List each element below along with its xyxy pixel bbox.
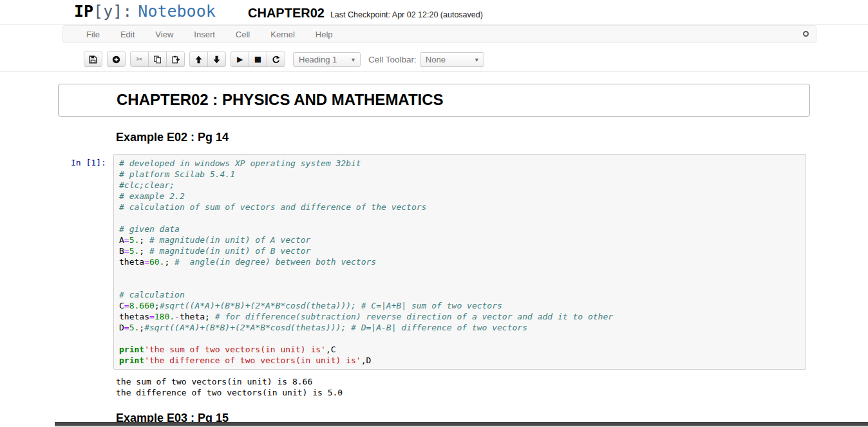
code-line: B=5.; # magnitude(in unit) of B vector <box>119 245 800 256</box>
chapter-heading: CHAPTER02 : PHYSICS AND MATHEMATICS <box>117 91 809 109</box>
plus-circle-icon <box>112 55 120 64</box>
output-line: the sum of two vectors(in unit) is 8.66 <box>116 376 806 387</box>
edit-group: ✂ <box>130 52 185 67</box>
code-line: C=8.660;#sqrt((A*A)+(B*B)+(2*A*B*cosd(th… <box>119 300 800 311</box>
code-line: # developed in windows XP operating syst… <box>119 158 800 169</box>
move-cell-up-button[interactable] <box>189 52 208 67</box>
menubar: FileEditViewInsertCellKernelHelp <box>62 25 816 43</box>
chevron-down-icon: ▾ <box>352 56 355 63</box>
logo-ip: IP <box>74 2 93 21</box>
menu-item-help[interactable]: Help <box>305 26 343 43</box>
code-lines: # developed in windows XP operating syst… <box>119 158 800 366</box>
code-line: print'the difference of two vectors(in u… <box>119 355 800 366</box>
selected-heading-cell[interactable]: CHAPTER02 : PHYSICS AND MATHEMATICS <box>58 84 810 117</box>
ipython-logo[interactable]: IP[y]:Notebook <box>74 2 216 21</box>
code-line: theta=60.; # angle(in degree) between bo… <box>119 256 800 267</box>
code-line <box>119 213 800 223</box>
move-group <box>189 52 226 67</box>
paste-cell-button[interactable] <box>166 52 185 67</box>
code-line: D=5.;#sqrt((A*A)+(B*B)+(2*A*B*cosd(theta… <box>119 322 800 333</box>
code-line: #clc;clear; <box>119 180 800 191</box>
code-line <box>119 333 800 344</box>
repeat-restart-icon <box>272 55 280 64</box>
notebook-name[interactable]: CHAPTER02 <box>248 6 325 21</box>
scissors-cut-icon: ✂ <box>136 55 142 63</box>
logo-notebook: Notebook <box>138 2 215 21</box>
save-button[interactable] <box>84 52 102 67</box>
interrupt-kernel-button[interactable]: ■ <box>249 52 267 67</box>
cell-toolbar-select[interactable]: None ▾ <box>420 52 484 67</box>
run-group: ▶ ■ <box>231 52 285 67</box>
menu-item-kernel[interactable]: Kernel <box>260 26 305 43</box>
example-e02-heading-cell[interactable]: Example E02 : Pg 14 <box>116 131 806 144</box>
stop-icon: ■ <box>254 55 261 63</box>
arrow-up-icon <box>194 55 203 64</box>
insert-group <box>107 52 126 67</box>
code-line: # given data <box>119 223 800 234</box>
run-cell-button[interactable]: ▶ <box>231 52 249 67</box>
notebook-title-bar: CHAPTER02 Last Checkpoint: Apr 02 12:20 … <box>248 6 483 21</box>
menu-item-file[interactable]: File <box>76 26 110 43</box>
code-line: # calculation of sum of vectors and diff… <box>119 202 800 213</box>
save-group <box>84 52 102 67</box>
play-run-icon: ▶ <box>237 55 243 63</box>
floppy-save-icon <box>89 55 97 64</box>
paste-icon <box>171 55 180 64</box>
code-cell: In [1]: # developed in windows XP operat… <box>71 154 806 370</box>
code-line: # platform Scilab 5.4.1 <box>119 169 800 180</box>
checkpoint-status: Last Checkpoint: Apr 02 12:20 (autosaved… <box>330 10 483 19</box>
menu-item-edit[interactable]: Edit <box>110 26 145 43</box>
code-line <box>119 278 800 289</box>
cell-type-value: Heading 1 <box>299 55 337 64</box>
input-prompt: In [1]: <box>71 154 113 370</box>
code-line: # calculation <box>119 289 800 300</box>
menubar-items: FileEditViewInsertCellKernelHelp <box>63 26 816 43</box>
add-cell-button[interactable] <box>107 52 126 67</box>
cut-cell-button[interactable]: ✂ <box>130 52 149 67</box>
toolbar: ✂ <box>84 51 484 68</box>
arrow-down-icon <box>212 55 221 64</box>
cell-toolbar-value: None <box>426 55 446 64</box>
chevron-down-icon: ▾ <box>475 56 478 63</box>
output-line: the difference of two vectors(in unit) i… <box>116 387 806 398</box>
code-editor[interactable]: # developed in windows XP operating syst… <box>113 154 806 370</box>
move-cell-down-button[interactable] <box>207 52 226 67</box>
kernel-idle-indicator-icon <box>803 31 809 37</box>
cell-type-select[interactable]: Heading 1 ▾ <box>293 52 361 67</box>
copy-icon <box>153 55 162 64</box>
output-area: the sum of two vectors(in unit) is 8.66 … <box>116 376 806 398</box>
cell-toolbar-label: Cell Toolbar: <box>368 55 417 64</box>
code-line: # example 2.2 <box>119 191 800 202</box>
menu-item-view[interactable]: View <box>145 26 184 43</box>
copy-cell-button[interactable] <box>148 52 167 67</box>
code-line: A=5.; # magnitude(in unit) of A vector <box>119 234 800 245</box>
code-line: thetas=180.-theta; # for difference(subt… <box>119 311 800 322</box>
app-header: IP[y]:Notebook CHAPTER02 Last Checkpoint… <box>0 0 868 25</box>
menu-item-insert[interactable]: Insert <box>184 26 225 43</box>
menu-item-cell[interactable]: Cell <box>225 26 260 43</box>
code-line <box>119 267 800 278</box>
restart-kernel-button[interactable] <box>267 52 285 67</box>
logo-bracket: [y]: <box>93 2 132 21</box>
notebook-area: CHAPTER02 : PHYSICS AND MATHEMATICS Exam… <box>0 72 868 427</box>
code-line: print'the sum of two vectors(in unit) is… <box>119 344 800 355</box>
